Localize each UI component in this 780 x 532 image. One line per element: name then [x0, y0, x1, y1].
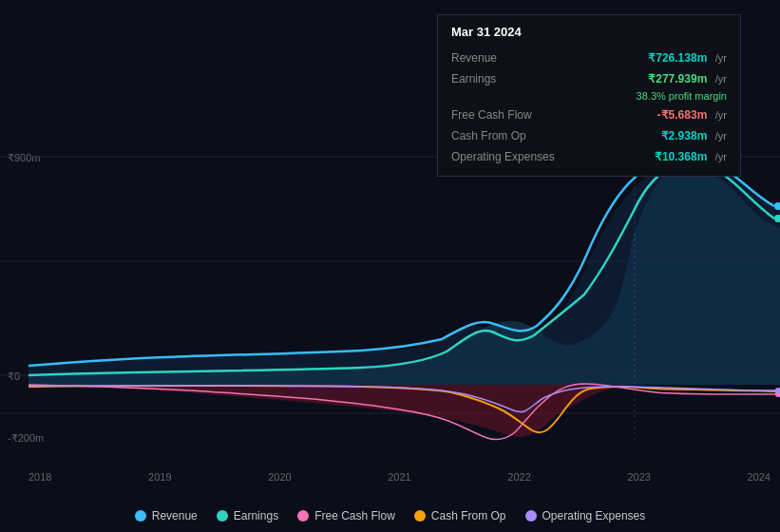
tooltip-revenue-value: ₹726.138m	[648, 51, 707, 65]
legend-item-earnings[interactable]: Earnings	[217, 509, 278, 522]
tooltip-opex-label: Operating Expenses	[451, 150, 565, 163]
tooltip-revenue-label: Revenue	[451, 51, 565, 65]
tooltip-fcf-row: Free Cash Flow -₹5.683m /yr	[451, 104, 727, 124]
legend-item-fcf[interactable]: Free Cash Flow	[297, 509, 395, 522]
tooltip-cfo-row: Cash From Op ₹2.938m /yr	[451, 124, 727, 145]
tooltip-earnings-unit: /yr	[715, 73, 727, 85]
legend-label-cfo: Cash From Op	[431, 509, 506, 522]
x-label-2019: 2019	[148, 471, 171, 483]
tooltip-revenue-unit: /yr	[715, 52, 727, 64]
tooltip-opex-value: ₹10.368m	[655, 150, 707, 163]
legend-item-opex[interactable]: Operating Expenses	[525, 509, 646, 522]
tooltip-fcf-label: Free Cash Flow	[451, 108, 565, 122]
tooltip-opex-unit: /yr	[715, 151, 727, 162]
tooltip-earnings-row: Earnings ₹277.939m /yr	[451, 67, 727, 88]
tooltip-profit-margin-row: 38.3% profit margin	[451, 88, 727, 104]
legend-dot-revenue	[135, 510, 146, 522]
x-label-2018: 2018	[29, 471, 51, 483]
tooltip-fcf-value: -₹5.683m	[657, 108, 708, 122]
legend-item-revenue[interactable]: Revenue	[135, 509, 198, 522]
tooltip-cfo-unit: /yr	[715, 130, 727, 142]
x-label-2023: 2023	[627, 471, 650, 483]
x-axis-labels: 2018 2019 2020 2021 2022 2023 2024	[29, 471, 770, 483]
tooltip-cfo-label: Cash From Op	[451, 129, 565, 142]
tooltip-cfo-value: ₹2.938m	[661, 129, 708, 142]
x-label-2022: 2022	[507, 471, 530, 483]
legend-label-opex: Operating Expenses	[542, 509, 646, 522]
tooltip-opex-row: Operating Expenses ₹10.368m /yr	[451, 145, 727, 166]
legend-item-cfo[interactable]: Cash From Op	[414, 509, 506, 522]
legend-dot-opex	[525, 510, 537, 522]
chart-legend: Revenue Earnings Free Cash Flow Cash Fro…	[0, 509, 780, 522]
legend-dot-earnings	[217, 510, 228, 522]
legend-dot-cfo	[414, 510, 426, 522]
tooltip-fcf-unit: /yr	[715, 109, 727, 121]
chart-svg	[0, 147, 780, 470]
tooltip-date: Mar 31 2024	[451, 25, 727, 39]
legend-label-fcf: Free Cash Flow	[314, 509, 395, 522]
tooltip-revenue-row: Revenue ₹726.138m /yr	[451, 47, 727, 67]
tooltip-earnings-value: ₹277.939m	[648, 72, 707, 86]
data-tooltip: Mar 31 2024 Revenue ₹726.138m /yr Earnin…	[437, 14, 741, 177]
x-label-2020: 2020	[268, 471, 291, 483]
x-label-2024: 2024	[747, 471, 770, 483]
tooltip-profit-margin: 38.3% profit margin	[637, 90, 727, 102]
legend-label-revenue: Revenue	[152, 509, 198, 522]
legend-dot-fcf	[297, 510, 309, 522]
x-label-2021: 2021	[388, 471, 410, 483]
tooltip-earnings-label: Earnings	[451, 72, 565, 86]
legend-label-earnings: Earnings	[234, 509, 278, 522]
